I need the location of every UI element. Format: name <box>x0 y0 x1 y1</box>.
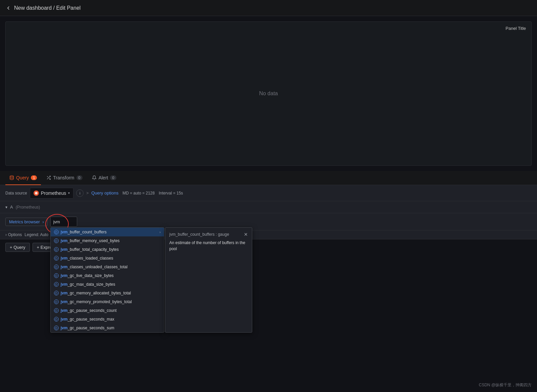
metric-name: jvm_buffer_count_buffers <box>61 230 107 234</box>
svg-line-3 <box>47 176 48 177</box>
metric-type-icon <box>54 247 59 252</box>
prometheus-name: Prometheus <box>41 190 66 196</box>
autocomplete-item[interactable]: jvm_gc_pause_seconds_count <box>51 306 164 315</box>
tab-transform-label: Transform <box>53 175 74 180</box>
tab-transform[interactable]: Transform 0 <box>42 171 86 185</box>
metric-type-icon <box>54 273 59 278</box>
query-input-wrapper: jvm_buffer_count_buffers›jvm_buffer_memo… <box>50 217 77 227</box>
autocomplete-item[interactable]: jvm_gc_live_data_size_bytes <box>51 271 164 280</box>
info-button[interactable]: i <box>76 189 84 197</box>
prometheus-icon <box>34 190 39 196</box>
tab-alert-label: Alert <box>99 175 108 180</box>
autocomplete-item[interactable]: jvm_classes_loaded_classes <box>51 254 164 263</box>
datasource-bar: Data source Prometheus ▾ i > Query optio… <box>0 185 537 201</box>
no-data-label: No data <box>259 91 278 97</box>
datasource-select[interactable]: Prometheus ▾ <box>30 188 73 199</box>
top-bar: New dashboard / Edit Panel <box>0 0 537 16</box>
metric-type-icon <box>54 326 59 330</box>
metric-type-icon <box>54 256 59 261</box>
query-header: ▾ A (Prometheus) <box>0 201 537 213</box>
autocomplete-arrow-icon: › <box>159 230 160 234</box>
query-source: (Prometheus) <box>16 205 40 210</box>
options-chevron: › <box>5 232 7 237</box>
autocomplete-item[interactable]: jvm_classes_unloaded_classes_total <box>51 263 164 271</box>
query-options-link[interactable]: Query options <box>91 190 118 195</box>
metric-tooltip-name: jvm_buffer_count_buffers : gauge <box>169 232 229 237</box>
chevron-down-icon: ▾ <box>68 191 70 195</box>
tab-transform-badge: 0 <box>76 175 83 180</box>
autocomplete-item[interactable]: jvm_gc_pause_seconds_max <box>51 315 164 324</box>
add-query-button[interactable]: + Query <box>5 243 30 252</box>
metric-type-icon <box>54 299 59 304</box>
metric-type-icon <box>54 291 59 295</box>
query-options-md: MD = auto = 2128 <box>122 191 155 195</box>
tab-alert[interactable]: Alert 0 <box>88 171 120 185</box>
tab-alert-badge: 0 <box>110 175 116 180</box>
autocomplete-item[interactable]: jvm_gc_memory_promoted_bytes_total <box>51 297 164 306</box>
tab-query-badge: 1 <box>31 175 37 180</box>
svg-point-0 <box>10 176 14 177</box>
metric-name: jvm_buffer_total_capacity_bytes <box>61 247 119 252</box>
autocomplete-item[interactable]: jvm_buffer_total_capacity_bytes <box>51 245 164 254</box>
metrics-browser-label: Metrics browser <box>9 219 40 224</box>
metric-type-icon <box>54 317 59 322</box>
chevron-right-icon: > <box>86 191 89 195</box>
metric-tooltip-desc: An estimate of the number of buffers in … <box>169 240 248 252</box>
metric-type-icon <box>54 265 59 269</box>
autocomplete-item[interactable]: jvm_gc_max_data_size_bytes <box>51 280 164 289</box>
panel-title: Panel Title <box>505 26 526 31</box>
metric-name: jvm_gc_pause_seconds_count <box>61 308 117 313</box>
tooltip-close-button[interactable]: ✕ <box>244 232 248 237</box>
metric-name: jvm_gc_memory_promoted_bytes_total <box>61 299 132 304</box>
datasource-label: Data source <box>5 191 27 195</box>
chevron-toggle-icon[interactable]: ▾ <box>5 205 7 210</box>
autocomplete-item[interactable]: jvm_gc_pause_seconds_sum <box>51 324 164 332</box>
metric-name: jvm_gc_pause_seconds_max <box>61 317 114 322</box>
metric-type-icon <box>54 308 59 313</box>
metric-name: jvm_gc_max_data_size_bytes <box>61 282 115 287</box>
metrics-row: Metrics browser › jvm_buffer_count_buffe… <box>0 213 537 230</box>
watermark: CSDN @纵横千里，抻阖四方 <box>479 382 532 388</box>
query-input[interactable] <box>50 217 77 227</box>
metric-name: jvm_buffer_memory_used_bytes <box>61 238 120 243</box>
metric-tooltip-header: jvm_buffer_count_buffers : gauge ✕ <box>169 232 248 237</box>
metric-name: jvm_classes_unloaded_classes_total <box>61 265 127 269</box>
options-toggle[interactable]: › Options <box>5 232 22 237</box>
query-options-interval: Interval = 15s <box>159 191 183 195</box>
add-query-label: + Query <box>10 245 25 250</box>
tab-bar: Query 1 Transform 0 Alert 0 <box>0 171 537 185</box>
query-letter: A <box>10 205 13 210</box>
tab-query-label: Query <box>16 175 29 180</box>
autocomplete-item[interactable]: jvm_buffer_memory_used_bytes <box>51 236 164 245</box>
back-button[interactable]: New dashboard / Edit Panel <box>5 5 80 11</box>
metric-name: jvm_gc_memory_allocated_bytes_total <box>61 291 131 295</box>
metrics-browser-arrow: › <box>42 219 44 224</box>
autocomplete-item[interactable]: jvm_gc_memory_allocated_bytes_total <box>51 289 164 297</box>
options-label: Options <box>8 232 22 237</box>
metric-type-icon <box>54 238 59 243</box>
query-panel: ▾ A (Prometheus) Metrics browser › jvm_b… <box>0 201 537 239</box>
tab-query[interactable]: Query 1 <box>5 171 41 185</box>
metric-type-icon <box>54 230 59 234</box>
metrics-browser-button[interactable]: Metrics browser › <box>5 218 48 226</box>
metric-tooltip: jvm_buffer_count_buffers : gauge ✕ An es… <box>165 227 252 333</box>
legend-label: Legend: Auto <box>24 232 48 237</box>
database-icon <box>9 175 14 180</box>
autocomplete-item[interactable]: jvm_buffer_count_buffers› <box>51 228 164 236</box>
panel-preview: Panel Title No data <box>5 21 532 166</box>
autocomplete-container: jvm_buffer_count_buffers›jvm_buffer_memo… <box>50 227 252 333</box>
metric-name: jvm_classes_loaded_classes <box>61 256 113 261</box>
autocomplete-list: jvm_buffer_count_buffers›jvm_buffer_memo… <box>50 227 164 333</box>
metric-type-icon <box>54 282 59 287</box>
metric-name: jvm_gc_pause_seconds_sum <box>61 326 114 330</box>
shuffle-icon <box>46 175 51 180</box>
metric-name: jvm_gc_live_data_size_bytes <box>61 273 114 278</box>
page-title: New dashboard / Edit Panel <box>14 5 80 11</box>
bell-icon <box>92 175 97 180</box>
